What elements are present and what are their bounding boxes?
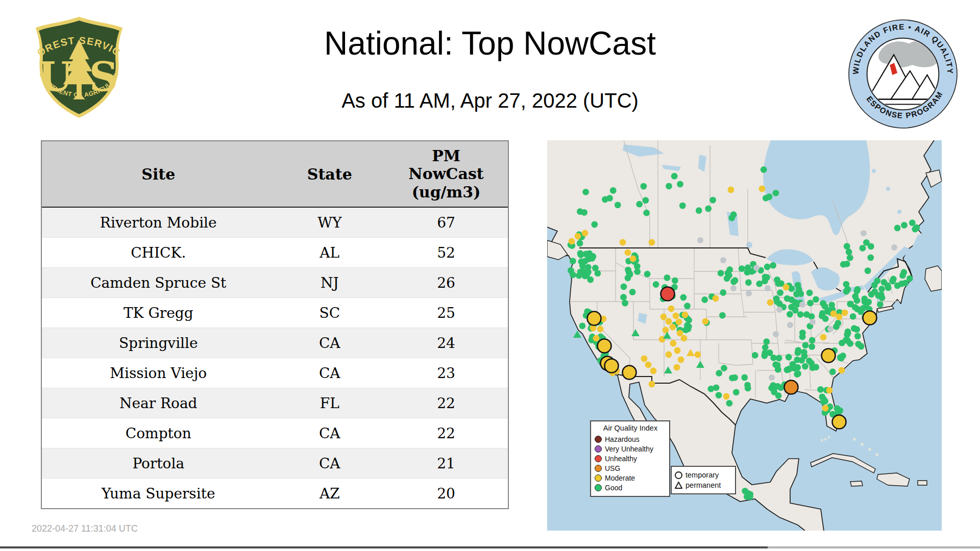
table-row: Near RoadFL22	[42, 388, 508, 418]
aqi-legend-item: Good	[595, 483, 666, 492]
column-header-site: Site	[42, 165, 275, 183]
monitor-dot-good	[861, 295, 868, 302]
monitor-dot-moderate	[663, 327, 669, 334]
top-site-marker	[863, 311, 877, 325]
monitor-dot-moderate	[673, 313, 679, 319]
table-row: TK GreggSC25	[42, 297, 508, 328]
monitor-dot-good	[577, 269, 584, 276]
monitor-dot-good	[620, 294, 627, 300]
monitor-dot-good	[913, 224, 920, 231]
monitor-dot-good	[716, 370, 722, 377]
top-site-marker	[623, 366, 636, 380]
monitor-dot-good	[798, 290, 804, 297]
monitor-dot-good	[701, 296, 708, 303]
monitor-dot-good	[595, 270, 601, 277]
cell-site: TK Gregg	[42, 305, 275, 321]
cell-site: Mission Viejo	[42, 365, 275, 382]
column-header-pm-nowcast: PM NowCast (ug/m3)	[384, 147, 508, 201]
monitor-dot-good	[806, 358, 813, 364]
monitor-dot-good	[739, 265, 745, 272]
monitor-dot-good	[844, 287, 851, 293]
monitor-dot-good	[868, 291, 875, 298]
cell-site: Compton	[42, 425, 275, 442]
monitor-dot-good	[606, 195, 613, 202]
cell-state: WY	[275, 214, 385, 231]
monitor-dot-moderate	[641, 356, 648, 362]
cell-value: 25	[384, 305, 508, 321]
aqi-legend-item: Unhealthy	[595, 454, 666, 463]
monitor-dot-good	[644, 271, 651, 278]
monitor-dot-good	[828, 302, 835, 309]
monitor-dot-good	[890, 278, 896, 285]
monitor-dot-moderate	[713, 295, 719, 302]
aqi-swatch-icon	[595, 455, 602, 462]
monitor-dot-good	[820, 396, 827, 403]
monitor-dot-good	[808, 343, 815, 350]
monitor-dot-good	[577, 240, 583, 247]
monitor-dot-good	[570, 258, 576, 264]
table-header-row: Site State PM NowCast (ug/m3)	[42, 141, 508, 208]
monitor-dot-good	[664, 274, 671, 281]
monitor-dot-good	[801, 353, 808, 360]
monitor-dot-good	[772, 361, 779, 368]
table-row: ComptonCA22	[42, 418, 508, 448]
monitor-dot-good	[582, 189, 589, 195]
top-site-marker	[661, 287, 675, 301]
aqi-legend-label: Good	[605, 484, 622, 492]
cell-state: NJ	[275, 274, 385, 291]
table-row: Mission ViejoCA23	[42, 358, 508, 388]
monitor-dot-good	[833, 323, 840, 330]
aqi-swatch-icon	[595, 465, 602, 472]
monitor-dot-good	[786, 366, 793, 372]
monitor-dot-good	[799, 330, 806, 336]
monitor-dot-good	[786, 354, 792, 361]
monitor-dot-good	[744, 269, 751, 276]
monitor-dot-moderate	[759, 186, 766, 192]
monitor-dot-good	[724, 275, 730, 282]
table-row: CHICK.AL52	[42, 237, 508, 267]
monitor-dot-moderate	[593, 335, 600, 342]
monitor-dot-good	[803, 311, 810, 318]
monitor-dot-good	[629, 289, 636, 295]
monitor-dot-moderate	[650, 368, 657, 374]
monitor-dot-moderate	[702, 318, 709, 325]
monitor-dot-good	[744, 382, 751, 389]
table-row: Yuma SupersiteAZ20	[42, 478, 508, 508]
monitor-dot-good	[587, 277, 594, 283]
monitor-dot-good	[795, 349, 801, 356]
monitor-dot-moderate	[677, 330, 683, 337]
monitor-dot-good	[894, 225, 901, 232]
aqi-legend-item: Moderate	[595, 473, 666, 483]
monitor-dot-moderate	[649, 381, 655, 388]
monitor-dot-good	[578, 252, 584, 258]
monitor-dot-inactive	[720, 257, 726, 263]
monitor-dot-moderate	[575, 233, 581, 240]
monitor-dot-good	[863, 239, 870, 246]
top-site-marker	[785, 381, 798, 394]
monitor-dot-good	[777, 289, 783, 296]
monitor-dot-good	[775, 392, 782, 399]
monitor-dot-good	[851, 325, 857, 332]
monitor-dot-good	[615, 202, 621, 208]
monitor-dot-good	[792, 307, 799, 314]
monitor-dot-good	[709, 197, 716, 204]
monitor-dot-good	[776, 355, 782, 362]
monitor-dot-good	[680, 294, 687, 301]
monitor-dot-good	[582, 258, 589, 265]
monitor-dot-good	[771, 385, 777, 391]
aqi-legend-item: Hazardous	[595, 434, 666, 444]
monitor-dot-good	[720, 289, 726, 296]
cell-value: 24	[384, 335, 508, 352]
monitor-dot-good	[854, 333, 861, 340]
monitor-dot-moderate	[820, 334, 827, 341]
monitor-dot-good	[677, 181, 683, 188]
monitor-dot-good	[844, 243, 850, 249]
monitor-dot-good	[622, 300, 628, 307]
site-type-label: permanent	[685, 481, 721, 489]
monitor-dot-good	[778, 385, 785, 391]
site-type-legend-items: temporarypermanent	[675, 470, 732, 490]
monitor-dot-inactive	[746, 290, 752, 296]
cell-site: Camden Spruce St	[42, 274, 275, 291]
monitor-dot-moderate	[668, 306, 675, 312]
monitor-dot-good	[857, 309, 864, 315]
